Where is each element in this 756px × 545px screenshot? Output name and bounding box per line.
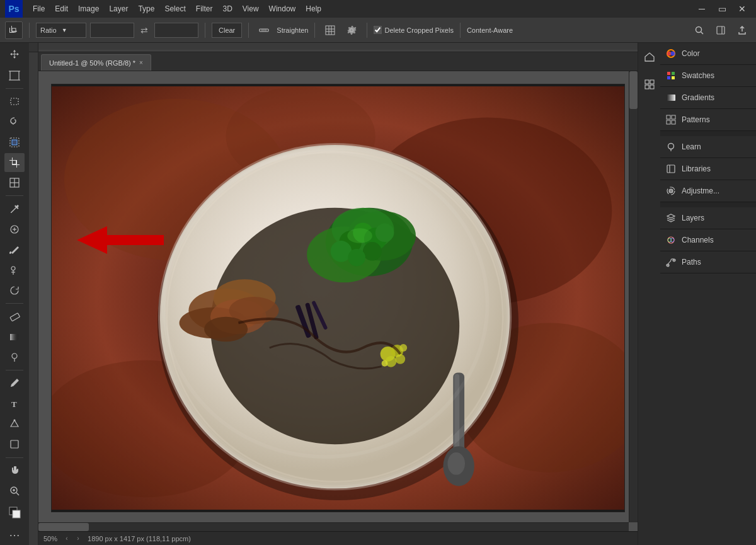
horizontal-scroll-thumb[interactable]: [38, 523, 89, 531]
type-tool[interactable]: T: [4, 394, 25, 413]
layers-panel-row[interactable]: Layers: [660, 207, 756, 229]
pen-tool[interactable]: [4, 374, 25, 393]
clear-button[interactable]: Clear: [212, 23, 242, 38]
menu-type[interactable]: Type: [133, 2, 159, 16]
settings-icon[interactable]: [343, 21, 360, 39]
svg-rect-94: [667, 72, 670, 75]
horizontal-scrollbar[interactable]: [38, 522, 629, 531]
menu-layer[interactable]: Layer: [104, 2, 133, 16]
brush-tool[interactable]: [4, 240, 25, 259]
menu-filter[interactable]: Filter: [191, 2, 218, 16]
menu-select[interactable]: Select: [159, 2, 190, 16]
tab-close-btn[interactable]: ×: [139, 59, 143, 66]
share-icon[interactable]: [733, 21, 751, 39]
patterns-panel-row[interactable]: Patterns: [660, 109, 756, 130]
color-panel-row[interactable]: Color: [660, 43, 756, 64]
shape-tool[interactable]: [4, 435, 25, 454]
menu-window[interactable]: Window: [264, 2, 301, 16]
menu-image[interactable]: Image: [73, 2, 104, 16]
crop-tool-icon[interactable]: [5, 21, 23, 39]
paths-panel-row[interactable]: Paths: [660, 251, 756, 273]
move-tool[interactable]: [4, 45, 25, 64]
menu-view[interactable]: View: [238, 2, 264, 16]
svg-line-11: [701, 32, 704, 34]
gradient-tool[interactable]: [4, 328, 25, 347]
panel-home-icon[interactable]: [641, 48, 658, 66]
eraser-tool[interactable]: [4, 307, 25, 326]
slice-tool[interactable]: [4, 173, 25, 192]
swatches-panel-row[interactable]: Swatches: [660, 65, 756, 86]
gradients-panel-row[interactable]: Gradients: [660, 87, 756, 108]
hand-tool[interactable]: [4, 461, 25, 480]
color-section: Color: [660, 43, 756, 65]
search-icon[interactable]: [690, 21, 708, 39]
object-select-tool[interactable]: [4, 132, 25, 151]
status-nav-next[interactable]: ›: [74, 534, 83, 543]
svg-point-80: [399, 344, 407, 352]
canvas-wrapper[interactable]: [38, 71, 638, 531]
artboard-tool[interactable]: [4, 66, 25, 84]
svg-point-61: [375, 223, 394, 242]
panel-content: Color Swatches: [660, 43, 756, 545]
document-tab[interactable]: Untitled-1 @ 50% (RGB/8) * ×: [41, 54, 151, 71]
svg-point-92: [667, 52, 672, 56]
lasso-tool[interactable]: [4, 112, 25, 131]
foreground-background-color[interactable]: [4, 503, 25, 522]
delete-cropped-label[interactable]: Delete Cropped Pixels: [374, 26, 453, 34]
grid-overlay-icon[interactable]: [321, 21, 339, 39]
svg-rect-87: [645, 80, 649, 84]
status-nav-prev[interactable]: ‹: [62, 534, 71, 543]
more-tools[interactable]: …: [4, 524, 25, 542]
canvas-with-ruler: Untitled-1 @ 50% (RGB/8) * ×: [29, 52, 638, 545]
dodge-tool[interactable]: [4, 348, 25, 367]
clone-stamp-tool[interactable]: [4, 261, 25, 280]
menu-3d[interactable]: 3D: [217, 2, 237, 16]
vertical-scroll-thumb[interactable]: [629, 71, 638, 109]
panel-sep-2: [660, 202, 756, 207]
adjustments-panel-row[interactable]: Adjustme...: [660, 180, 756, 202]
panel-layout-icon[interactable]: [641, 76, 658, 93]
menu-edit[interactable]: Edit: [50, 2, 73, 16]
vertical-scrollbar[interactable]: [629, 71, 638, 522]
crop-tool[interactable]: [4, 153, 25, 172]
delete-cropped-checkbox[interactable]: [374, 26, 382, 34]
menu-file[interactable]: File: [28, 2, 50, 16]
swatches-label: Swatches: [682, 71, 714, 80]
learn-panel-row[interactable]: Learn: [660, 136, 756, 158]
svg-point-108: [669, 189, 673, 193]
close-button[interactable]: ✕: [733, 0, 751, 18]
options-right: [690, 21, 751, 39]
marquee-tool[interactable]: [4, 92, 25, 111]
patterns-icon: [665, 114, 677, 125]
history-brush-tool[interactable]: [4, 281, 25, 300]
paths-label: Paths: [682, 258, 701, 267]
panel-sep-1: [660, 131, 756, 136]
straighten-icon[interactable]: [255, 21, 273, 39]
menu-help[interactable]: Help: [301, 2, 326, 16]
eyedropper-tool[interactable]: [4, 199, 25, 218]
svg-rect-100: [672, 115, 675, 119]
svg-rect-12: [717, 26, 724, 34]
svg-point-62: [363, 242, 382, 261]
height-input[interactable]: [154, 23, 198, 38]
swap-button[interactable]: ⇄: [138, 24, 151, 37]
panel-toggle-icon[interactable]: [712, 21, 730, 39]
zoom-tool[interactable]: [4, 481, 25, 500]
libraries-panel-row[interactable]: Libraries: [660, 158, 756, 180]
path-select-tool[interactable]: [4, 415, 25, 433]
restore-button[interactable]: ▭: [713, 0, 731, 18]
menu-bar: Ps File Edit Image Layer Type Select Fil…: [0, 0, 756, 18]
healing-tool[interactable]: [4, 220, 25, 239]
channels-panel-row[interactable]: Channels: [660, 229, 756, 251]
learn-section: Learn: [660, 136, 756, 158]
width-input[interactable]: [90, 23, 134, 38]
tool-sep-1: [6, 88, 23, 89]
patterns-section: Patterns: [660, 109, 756, 131]
divider-5: [367, 23, 367, 38]
red-arrow-indicator: [77, 226, 164, 254]
document-title: Untitled-1 @ 50% (RGB/8) *: [49, 59, 135, 67]
ratio-dropdown[interactable]: Ratio ▼: [36, 23, 86, 38]
ruler-vertical: [29, 52, 38, 545]
minimize-button[interactable]: ─: [693, 0, 711, 18]
zoom-level: 50%: [43, 535, 57, 542]
